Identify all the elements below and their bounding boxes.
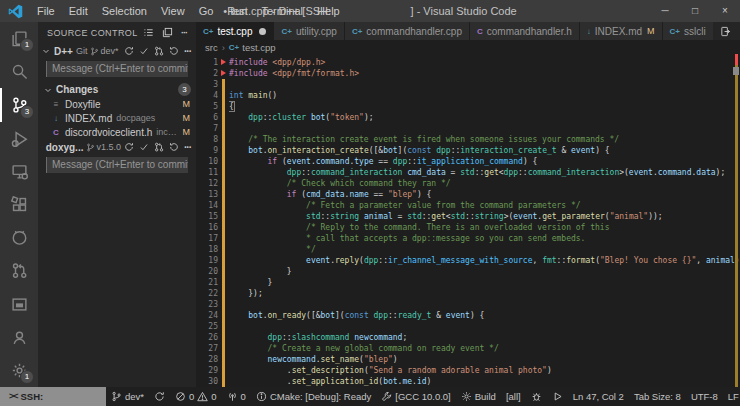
more-actions-button[interactable]: ···: [181, 28, 187, 38]
code-token: /* Fetch a parameter value from the comm…: [306, 201, 581, 210]
sync-button[interactable]: [124, 46, 134, 56]
activity-item-settings[interactable]: 1: [0, 354, 38, 387]
chevron-down-icon: [41, 142, 43, 152]
activity-item-github-pull-requests[interactable]: [0, 254, 38, 287]
scrollbar-thumb[interactable]: [733, 67, 739, 75]
pull-request-button[interactable]: [154, 142, 164, 152]
line-number: 22: [196, 288, 218, 299]
activity-item-run-and-debug[interactable]: [0, 122, 38, 155]
tab-INDEX-md[interactable]: ↓INDEX.mdM: [580, 22, 663, 40]
modified-gutter-bar: [218, 211, 229, 222]
breadcrumb-item-test-cpp[interactable]: C+test.cpp: [229, 42, 276, 53]
modified-gutter-bar: [218, 288, 229, 299]
ellipsis-button[interactable]: ···: [184, 142, 191, 153]
tab-utility-cpp[interactable]: C+utility.cpp: [274, 22, 344, 40]
ellipsis-button[interactable]: ···: [184, 46, 191, 57]
list-icon: [143, 27, 154, 38]
preview-icon: [11, 296, 28, 313]
git-status-badge: M: [183, 113, 191, 123]
ellipsis-icon: ···: [184, 46, 191, 57]
status-eol-status[interactable]: LF: [723, 387, 740, 406]
code-token: cmd_data: [306, 190, 345, 199]
code-token: name: [349, 190, 368, 199]
status-ports-status[interactable]: 0: [222, 387, 251, 406]
status-cmake-status[interactable]: CMake: [Debug]: Ready: [251, 387, 376, 406]
activity-item-remote-explorer[interactable]: [0, 155, 38, 188]
menu-go[interactable]: Go: [192, 0, 221, 22]
minimize-button[interactable]: ─: [650, 0, 680, 22]
status-run-button[interactable]: [547, 387, 568, 406]
status-problems-status[interactable]: 00: [170, 387, 222, 406]
menu-view[interactable]: View: [154, 0, 192, 22]
status-remote-indicator[interactable]: ><SSH:: [0, 387, 106, 406]
menu-edit[interactable]: Edit: [62, 0, 95, 22]
line-number: 13: [196, 189, 218, 200]
close-button[interactable]: ×: [710, 0, 740, 22]
status-git-branch-status[interactable]: dev*: [106, 387, 149, 406]
activity-item-github[interactable]: [0, 221, 38, 254]
activity-item-live-preview[interactable]: [0, 288, 38, 321]
status-cmake-kit[interactable]: [GCC 10.0.0]: [376, 387, 455, 406]
scm-file-row[interactable]: Cdiscordvoiceclient.hinclude/d...M: [38, 125, 196, 139]
refresh-button[interactable]: [169, 142, 179, 152]
activity-item-search[interactable]: [0, 55, 38, 88]
status-bar: ><SSH:dev*000CMake: [Debug]: Ready[GCC 1…: [0, 387, 740, 406]
line-number: 17: [196, 233, 218, 244]
code-line: 2#include <dpp/fmt/format.h>: [196, 68, 740, 79]
commit-message-input[interactable]: Message (Ctrl+Enter to commit on...: [46, 61, 188, 77]
sync-button[interactable]: [124, 142, 134, 152]
cpp-icon: C+: [203, 27, 213, 36]
code-token: dpp: [436, 146, 450, 155]
code-token: dpp: [287, 168, 301, 177]
collapse-all-button[interactable]: [162, 27, 173, 38]
check-button[interactable]: [139, 142, 149, 152]
sidebar-header: SOURCE CONTROL ···: [38, 22, 196, 43]
changes-section-header[interactable]: Changes3: [38, 82, 196, 97]
tab-commandhandler-cpp[interactable]: C+commandhandler.cpp: [345, 22, 470, 40]
refresh-button[interactable]: [169, 46, 179, 56]
status-debug-button[interactable]: [526, 387, 547, 406]
check-button[interactable]: [139, 46, 149, 56]
menu-file[interactable]: File: [30, 0, 62, 22]
scm-file-row[interactable]: ≡DoxyfileM: [38, 97, 196, 111]
pull-request-button[interactable]: [154, 46, 164, 56]
code-token: animal: [706, 256, 735, 265]
status-indentation-status[interactable]: Tab Size: 8: [629, 387, 686, 406]
vscode-logo-icon: [8, 4, 23, 19]
code-token: ::: [388, 311, 398, 320]
menu-selection[interactable]: Selection: [95, 0, 154, 22]
commit-message-input[interactable]: Message (Ctrl+Enter to commit on...: [46, 157, 188, 173]
code-token: }: [268, 278, 273, 287]
code-text: [229, 299, 740, 310]
status-build-target[interactable]: [all]: [501, 387, 526, 406]
modified-gutter-bar: [218, 134, 229, 145]
tab-sslcli[interactable]: C+sslcli: [663, 22, 713, 40]
breadcrumb-item-src[interactable]: src: [205, 42, 218, 53]
tab-label: test.cpp: [217, 26, 252, 37]
activity-item-extensions[interactable]: [0, 188, 38, 221]
line-number: 21: [196, 277, 218, 288]
code-token: "Blep! You chose {}": [600, 256, 696, 265]
tab-test-cpp[interactable]: C+test.cpp: [196, 22, 274, 40]
code-token: on_interaction_create: [268, 146, 369, 155]
scm-file-row[interactable]: ↓INDEX.mddocpagesM: [38, 111, 196, 125]
code-text: /* The interaction create event is fired…: [229, 134, 740, 145]
code-editor[interactable]: 1#include <dpp/dpp.h>2#include <dpp/fmt/…: [196, 54, 740, 387]
code-token: command_interaction: [528, 168, 620, 177]
overview-ruler-error-strip: [735, 54, 738, 65]
maximize-button[interactable]: □: [680, 0, 710, 22]
status-encoding-status[interactable]: UTF-8: [686, 387, 723, 406]
code-token: dpp: [504, 168, 518, 177]
open-changes-button[interactable]: [720, 26, 731, 37]
status-sync-status[interactable]: [149, 387, 170, 406]
activity-item-explorer[interactable]: 1: [0, 22, 38, 55]
activity-item-source-control[interactable]: 3: [0, 88, 38, 121]
repo-header-doxygen[interactable]: doxyg...v1.5.0···: [38, 139, 196, 155]
code-token: bot: [321, 311, 335, 320]
view-as-tree-button[interactable]: [143, 27, 154, 38]
repo-header-dpp[interactable]: D++Gitdev*···: [38, 43, 196, 59]
tab-commandhandler-h[interactable]: Ccommandhandler.h: [470, 22, 580, 40]
status-build-button[interactable]: Build: [456, 387, 501, 406]
activity-item-accounts[interactable]: [0, 321, 38, 354]
status-cursor-position[interactable]: Ln 47, Col 2: [568, 387, 629, 406]
